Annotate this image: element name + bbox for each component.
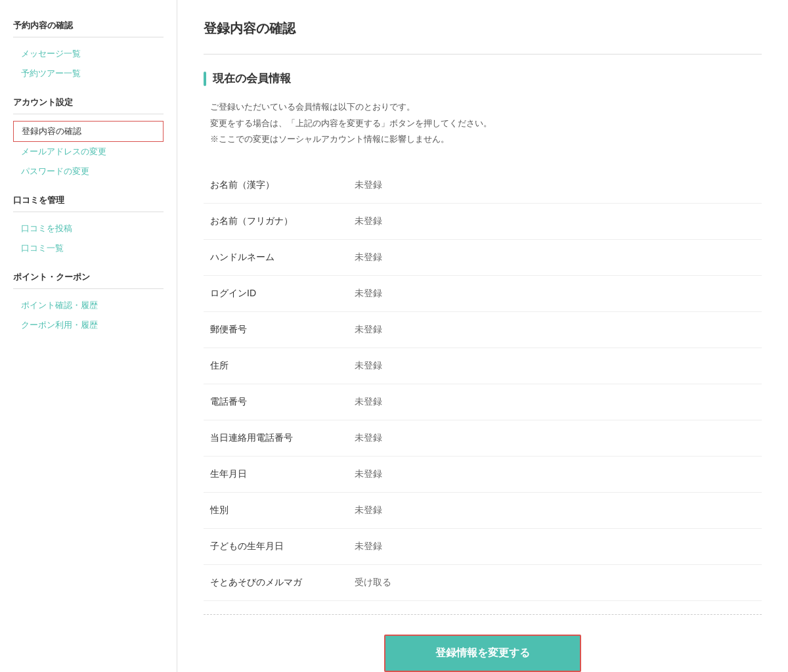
table-row: 電話番号未登録 <box>204 384 762 420</box>
field-value: 未登録 <box>348 529 762 565</box>
main-content: 登録内容の確認 現在の会員情報 ご登録いただいている会員情報は以下のとおりです。… <box>177 0 788 672</box>
field-label: 住所 <box>204 348 348 384</box>
table-row: 住所未登録 <box>204 348 762 384</box>
table-row: 子どもの生年月日未登録 <box>204 529 762 565</box>
sidebar-divider-4 <box>13 288 164 289</box>
table-row: そとあそびのメルマガ受け取る <box>204 565 762 601</box>
field-value: 未登録 <box>348 420 762 457</box>
sidebar-item-coupons[interactable]: クーポン利用・履歴 <box>13 315 164 335</box>
sidebar-item-password[interactable]: パスワードの変更 <box>13 162 164 181</box>
field-value: 未登録 <box>348 240 762 276</box>
sidebar-section-title-1: 予約内容の確認 <box>13 20 164 32</box>
field-label: 子どもの生年月日 <box>204 529 348 565</box>
field-label: お名前（漢字） <box>204 168 348 204</box>
sidebar-divider-2 <box>13 114 164 114</box>
sidebar-divider-1 <box>13 37 164 37</box>
field-label: 当日連絡用電話番号 <box>204 420 348 457</box>
sidebar-item-email[interactable]: メールアドレスの変更 <box>13 142 164 162</box>
bottom-divider <box>204 614 762 615</box>
table-row: 当日連絡用電話番号未登録 <box>204 420 762 457</box>
sidebar-section-title-2: アカウント設定 <box>13 97 164 108</box>
field-label: ログインID <box>204 276 348 312</box>
description-box: ご登録いただいている会員情報は以下のとおりです。 変更をする場合は、「上記の内容… <box>204 99 762 148</box>
field-label: お名前（フリガナ） <box>204 204 348 240</box>
sidebar-divider-3 <box>13 212 164 212</box>
change-button[interactable]: 登録情報を変更する <box>384 635 581 672</box>
field-value: 未登録 <box>348 276 762 312</box>
field-value: 未登録 <box>348 457 762 493</box>
page-layout: 予約内容の確認 メッセージ一覧 予約ツアー一覧 アカウント設定 登録内容の確認 … <box>0 0 788 672</box>
sidebar-item-review-list[interactable]: 口コミ一覧 <box>13 238 164 258</box>
field-label: 電話番号 <box>204 384 348 420</box>
section-accent-bar <box>204 72 206 86</box>
info-table: お名前（漢字）未登録お名前（フリガナ）未登録ハンドルネーム未登録ログインID未登… <box>204 168 762 601</box>
sidebar-item-post-review[interactable]: 口コミを投稿 <box>13 219 164 238</box>
sidebar-item-tours[interactable]: 予約ツアー一覧 <box>13 64 164 83</box>
field-label: 生年月日 <box>204 457 348 493</box>
field-value: 受け取る <box>348 565 762 601</box>
section-title: 現在の会員情報 <box>213 71 291 86</box>
top-divider <box>204 54 762 55</box>
table-row: 郵便番号未登録 <box>204 312 762 348</box>
field-label: 性別 <box>204 493 348 529</box>
sidebar: 予約内容の確認 メッセージ一覧 予約ツアー一覧 アカウント設定 登録内容の確認 … <box>0 0 177 672</box>
field-value: 未登録 <box>348 204 762 240</box>
table-row: お名前（フリガナ）未登録 <box>204 204 762 240</box>
description-line-1: ご登録いただいている会員情報は以下のとおりです。 <box>210 99 762 116</box>
field-label: そとあそびのメルマガ <box>204 565 348 601</box>
table-row: 生年月日未登録 <box>204 457 762 493</box>
table-row: お名前（漢字）未登録 <box>204 168 762 204</box>
field-value: 未登録 <box>348 493 762 529</box>
sidebar-section-title-4: ポイント・クーポン <box>13 271 164 283</box>
field-value: 未登録 <box>348 384 762 420</box>
page-title: 登録内容の確認 <box>204 20 762 37</box>
table-row: ログインID未登録 <box>204 276 762 312</box>
table-row: ハンドルネーム未登録 <box>204 240 762 276</box>
sidebar-item-messages[interactable]: メッセージ一覧 <box>13 44 164 64</box>
field-label: 郵便番号 <box>204 312 348 348</box>
field-value: 未登録 <box>348 312 762 348</box>
sidebar-item-points[interactable]: ポイント確認・履歴 <box>13 296 164 315</box>
field-value: 未登録 <box>348 168 762 204</box>
sidebar-item-registration[interactable]: 登録内容の確認 <box>13 121 164 142</box>
description-line-2: 変更をする場合は、「上記の内容を変更する」ボタンを押してください。 <box>210 116 762 132</box>
section-header: 現在の会員情報 <box>204 71 762 86</box>
field-label: ハンドルネーム <box>204 240 348 276</box>
button-area: 登録情報を変更する <box>204 635 762 672</box>
field-value: 未登録 <box>348 348 762 384</box>
table-row: 性別未登録 <box>204 493 762 529</box>
description-line-3: ※ここでの変更はソーシャルアカウント情報に影響しません。 <box>210 131 762 148</box>
sidebar-section-title-3: 口コミを管理 <box>13 194 164 206</box>
